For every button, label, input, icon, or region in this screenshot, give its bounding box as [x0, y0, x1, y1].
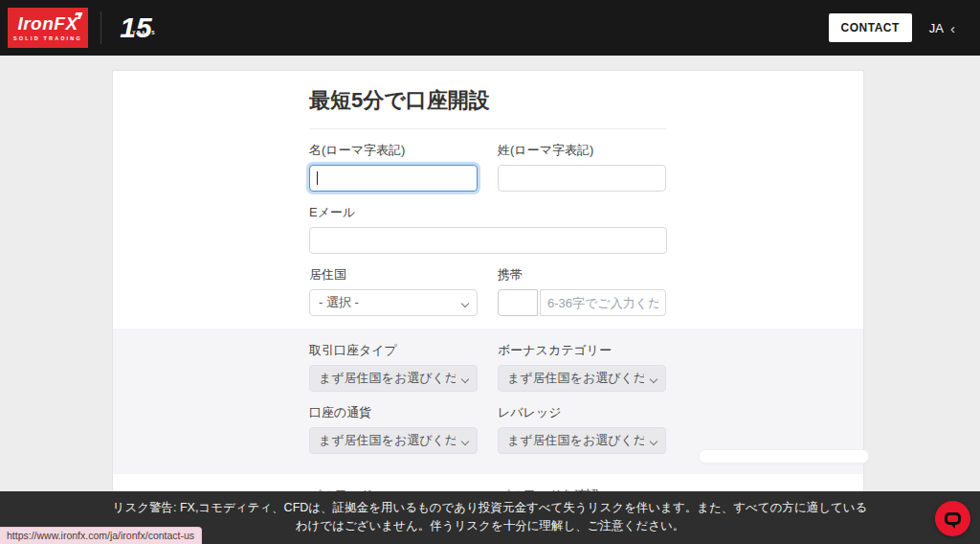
- leverage-select-value: まず居住国をお選びください.: [507, 432, 644, 449]
- contact-button[interactable]: CONTACT: [829, 13, 912, 42]
- risk-warning-text: リスク警告: FX,コモディティ、CFDは、証拠金を用いるものであり投資元金すべ…: [113, 501, 868, 533]
- chevron-down-icon: [461, 300, 469, 307]
- language-selector[interactable]: JA ‹: [929, 21, 955, 35]
- tooltip-remnant: [699, 449, 869, 464]
- account-type-label: 取引口座タイプ: [309, 342, 478, 359]
- chevron-down-icon: [461, 375, 469, 383]
- leverage-select[interactable]: まず居住国をお選びください.: [498, 427, 666, 454]
- registration-card: 最短5分で口座開設 名(ローマ字表記) 姓(ローマ字表記) Eメール 居住国 -: [112, 70, 864, 544]
- country-select[interactable]: - 選択 -: [309, 289, 478, 316]
- link-preview-status-bar: https://www.ironfx.com/ja/ironfx/contact…: [0, 527, 202, 544]
- email-label: Eメール: [309, 204, 667, 221]
- logo-tick-icon: [74, 12, 83, 19]
- chat-bubble-icon: [945, 512, 961, 525]
- first-name-label: 名(ローマ字表記): [309, 142, 478, 159]
- text-caret: [317, 171, 318, 185]
- currency-label: 口座の通貨: [309, 404, 478, 421]
- account-type-select[interactable]: まず居住国をお選びください.: [309, 365, 478, 392]
- bonus-category-select[interactable]: まず居住国をお選びください.: [498, 365, 666, 392]
- country-select-value: - 選択 -: [319, 294, 359, 311]
- logo-text: IronFX: [17, 14, 78, 33]
- ironfx-logo[interactable]: IronFX SOLID TRADING: [8, 8, 88, 48]
- leverage-label: レバレッジ: [498, 404, 666, 421]
- phone-country-code-input[interactable]: [498, 289, 538, 316]
- anniversary-label: YEARS: [132, 30, 156, 35]
- chevron-down-icon: [650, 375, 657, 383]
- last-name-label: 姓(ローマ字表記): [498, 142, 666, 159]
- bonus-category-label: ボーナスカテゴリー: [498, 342, 666, 359]
- page-title: 最短5分で口座開設: [309, 71, 667, 115]
- phone-label: 携帯: [498, 266, 666, 283]
- last-name-input[interactable]: [498, 165, 666, 192]
- first-name-input[interactable]: [309, 165, 478, 192]
- currency-select[interactable]: まず居住国をお選びください.: [309, 427, 478, 454]
- anniversary-15-years-logo: 15 YEARS: [114, 7, 158, 49]
- country-label: 居住国: [309, 266, 478, 283]
- phone-number-input[interactable]: [540, 289, 666, 316]
- logo-subtext: SOLID TRADING: [13, 35, 82, 41]
- language-label: JA: [929, 21, 944, 35]
- bonus-category-select-value: まず居住国をお選びください.: [507, 370, 644, 387]
- anniversary-number: 15: [114, 7, 158, 49]
- chevron-down-icon: [461, 438, 469, 445]
- chat-bubble-tail: [949, 523, 955, 529]
- chevron-left-icon: ‹: [950, 21, 955, 35]
- email-input[interactable]: [309, 227, 667, 254]
- currency-select-value: まず居住国をお選びください.: [319, 432, 456, 449]
- account-type-select-value: まず居住国をお選びください.: [319, 370, 456, 387]
- header-divider: [100, 11, 101, 44]
- chevron-down-icon: [650, 438, 657, 445]
- chat-widget-button[interactable]: [935, 501, 970, 536]
- top-navigation-bar: IronFX SOLID TRADING 15 YEARS CONTACT JA…: [0, 0, 980, 56]
